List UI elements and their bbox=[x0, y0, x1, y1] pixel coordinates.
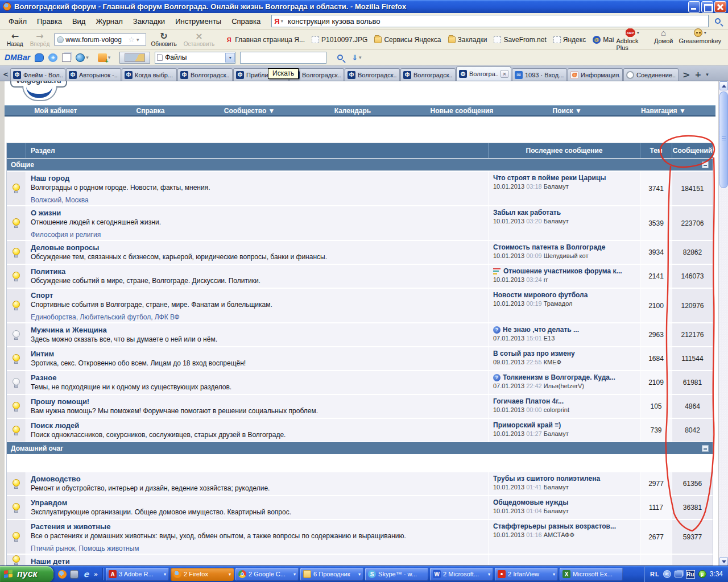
files-select[interactable]: Файлы ▾ bbox=[155, 52, 235, 64]
site-nav-item[interactable]: Новые сообщения bbox=[431, 107, 494, 115]
subforum-links[interactable]: Единоборства, Любительский футбол, ЛФК В… bbox=[31, 313, 483, 321]
pages-icon[interactable] bbox=[62, 53, 71, 62]
dmbar-search-button[interactable] bbox=[333, 51, 347, 64]
tab[interactable]: ФВолгоградск... bbox=[345, 68, 400, 81]
forum-title-link[interactable]: Наш город bbox=[31, 174, 69, 182]
add-icon[interactable]: + bbox=[48, 53, 57, 62]
chat-icon[interactable] bbox=[35, 53, 44, 62]
tray-network-icon[interactable] bbox=[675, 571, 682, 577]
taskbar-button[interactable]: 2 IrfanView▾ bbox=[495, 568, 558, 581]
subforum-links[interactable]: Философия и религия bbox=[31, 231, 483, 239]
quicklaunch-app-icon[interactable] bbox=[70, 570, 78, 579]
menu-item[interactable]: Инструменты bbox=[170, 15, 226, 27]
select-dropdown-icon[interactable]: ▾ bbox=[225, 53, 235, 63]
tray-collapse-icon[interactable]: < bbox=[663, 570, 671, 578]
last-post-link[interactable]: Стаффтерьеры разных возрастов... bbox=[493, 522, 616, 530]
forum-title-link[interactable]: О жизни bbox=[31, 209, 61, 217]
site-logo[interactable]: volgograd.ru bbox=[10, 81, 69, 101]
tab[interactable]: Соединение... bbox=[623, 68, 679, 81]
menu-item[interactable]: Вид bbox=[67, 15, 91, 27]
subforum-links[interactable]: Птичий рынок, Помощь животным bbox=[31, 544, 483, 552]
tab[interactable]: ФВолгоградск... bbox=[400, 68, 456, 81]
back-button[interactable]: ← Назад bbox=[5, 32, 26, 47]
url-text[interactable]: www.forum-volgog bbox=[65, 36, 126, 44]
maximize-button[interactable] bbox=[701, 1, 713, 13]
site-identity-icon[interactable] bbox=[57, 36, 64, 43]
category-name[interactable]: Домашний очаг bbox=[11, 444, 63, 452]
tab-scroll-left-button[interactable]: < bbox=[1, 68, 10, 81]
utorrent-tray-icon[interactable]: µ bbox=[698, 570, 706, 578]
forum-title-link[interactable]: Деловые вопросы bbox=[31, 243, 99, 252]
language-indicator[interactable]: Ru bbox=[686, 570, 695, 579]
last-post-link[interactable]: Не знаю ,что делать ... bbox=[503, 326, 579, 334]
last-post-link[interactable]: Стоимость патента в Волгограде bbox=[493, 243, 605, 251]
last-post-link[interactable]: Отношение участников форума к... bbox=[503, 267, 622, 275]
tab[interactable]: ФАвторынок -... bbox=[66, 68, 121, 81]
minimize-button[interactable] bbox=[688, 1, 700, 13]
site-nav-item[interactable]: Справка bbox=[136, 107, 165, 115]
subforum-links[interactable]: Волжский, Москва bbox=[31, 196, 483, 204]
quicklaunch-firefox-icon[interactable] bbox=[58, 570, 67, 579]
download-icon[interactable]: ⇓ bbox=[351, 53, 358, 62]
site-nav-item[interactable]: Поиск ▼ bbox=[553, 107, 582, 115]
quicklaunch-ie-icon[interactable]: e bbox=[82, 570, 90, 579]
globe-dropdown-icon[interactable]: ▾ bbox=[86, 55, 89, 60]
last-post-link[interactable]: В сотый раз про измену bbox=[493, 350, 575, 357]
adblock-plus-button[interactable]: ABP▾Adblock Plus bbox=[616, 28, 648, 51]
snapshot-button[interactable] bbox=[119, 52, 150, 64]
last-post-link[interactable]: Забыл как работать bbox=[493, 209, 561, 217]
tab-close-icon[interactable]: × bbox=[500, 70, 508, 78]
forum-title-link[interactable]: Поиск людей bbox=[31, 421, 79, 430]
last-post-link[interactable]: Общедомовые нужды bbox=[493, 498, 568, 506]
last-post-link[interactable]: Приморский край =) bbox=[493, 421, 561, 429]
tab[interactable]: ФВолгогра...× bbox=[456, 66, 511, 81]
scroll-up-button[interactable] bbox=[719, 81, 728, 90]
forward-button[interactable]: → Вперёд bbox=[28, 32, 52, 47]
collapse-icon[interactable] bbox=[702, 161, 709, 168]
download-dropdown-icon[interactable]: ▾ bbox=[359, 55, 362, 60]
search-query[interactable]: конструкция кузова вольво bbox=[288, 17, 380, 26]
header-section[interactable]: Раздел bbox=[26, 143, 488, 158]
header-posts[interactable]: Сообщений bbox=[672, 143, 713, 158]
last-post-link[interactable]: Гогичаев Платон 4г... bbox=[493, 397, 564, 405]
forum-title-link[interactable]: Домоводство bbox=[31, 475, 81, 483]
collapse-icon[interactable] bbox=[702, 445, 709, 452]
forum-title-link[interactable]: Спорт bbox=[31, 291, 53, 300]
menu-item[interactable]: Закладки bbox=[128, 15, 170, 27]
menu-item[interactable]: Правка bbox=[32, 15, 67, 27]
yandex-search-bar[interactable]: Я ▾ конструкция кузова вольво bbox=[271, 15, 709, 27]
bookmark-item[interactable]: SaveFrom.net bbox=[491, 35, 549, 45]
last-post-link[interactable]: Толкиенизм в Волгограде. Куда... bbox=[503, 373, 615, 381]
site-nav-item[interactable]: Сообщество ▼ bbox=[224, 107, 275, 115]
bookmark-item[interactable]: Закладки bbox=[445, 35, 490, 45]
bookmark-item[interactable]: Яндекс bbox=[551, 35, 589, 45]
vertical-scrollbar[interactable] bbox=[718, 81, 728, 566]
forum-title-link[interactable]: Мужчина и Женщина bbox=[31, 326, 107, 334]
menu-item[interactable]: Файл bbox=[3, 15, 32, 27]
forum-title-link[interactable]: Управдом bbox=[31, 498, 67, 507]
close-button[interactable] bbox=[714, 1, 726, 13]
bookmark-item[interactable]: @Mail.Ru bbox=[590, 35, 614, 45]
last-post-link[interactable]: Трубы из сшитого полиэтилена bbox=[493, 475, 600, 483]
taskbar-button[interactable]: 6 Проводник▾ bbox=[300, 568, 363, 581]
домой-button[interactable]: ⌂Домой bbox=[654, 28, 673, 44]
bookmark-item[interactable]: Сервисы Яндекса bbox=[371, 35, 444, 45]
list-all-tabs-button[interactable]: ▾ bbox=[706, 72, 709, 77]
last-post-link[interactable]: Что строят в пойме реки Царицы bbox=[493, 174, 606, 182]
dmbar-search-input[interactable] bbox=[240, 52, 326, 64]
search-engine-dropdown-icon[interactable]: ▾ bbox=[281, 18, 284, 24]
taskbar-button[interactable]: 2 Google C...▾ bbox=[235, 568, 299, 581]
forum-title-link[interactable]: Наши дети bbox=[31, 557, 70, 565]
forum-title-link[interactable]: Интим bbox=[31, 350, 54, 358]
bookmark-item[interactable]: ЯГлавная страница Я... bbox=[222, 35, 308, 45]
taskbar-button[interactable]: A3 Adobe R...▾ bbox=[106, 568, 169, 581]
header-topics[interactable]: Тем bbox=[640, 143, 672, 158]
forum-title-link[interactable]: Разное bbox=[31, 373, 56, 382]
site-nav-item[interactable]: Мой кабинет bbox=[34, 107, 77, 115]
tab[interactable]: ФКогда выбр... bbox=[122, 68, 177, 81]
tab-scroll-right-button[interactable]: > bbox=[682, 69, 690, 80]
header-last-post[interactable]: Последнее сообщение bbox=[488, 143, 640, 158]
scrollbar-thumb[interactable] bbox=[719, 92, 728, 188]
scroll-down-button[interactable] bbox=[719, 557, 728, 566]
taskbar-button[interactable]: W2 Microsoft...▾ bbox=[430, 568, 493, 581]
